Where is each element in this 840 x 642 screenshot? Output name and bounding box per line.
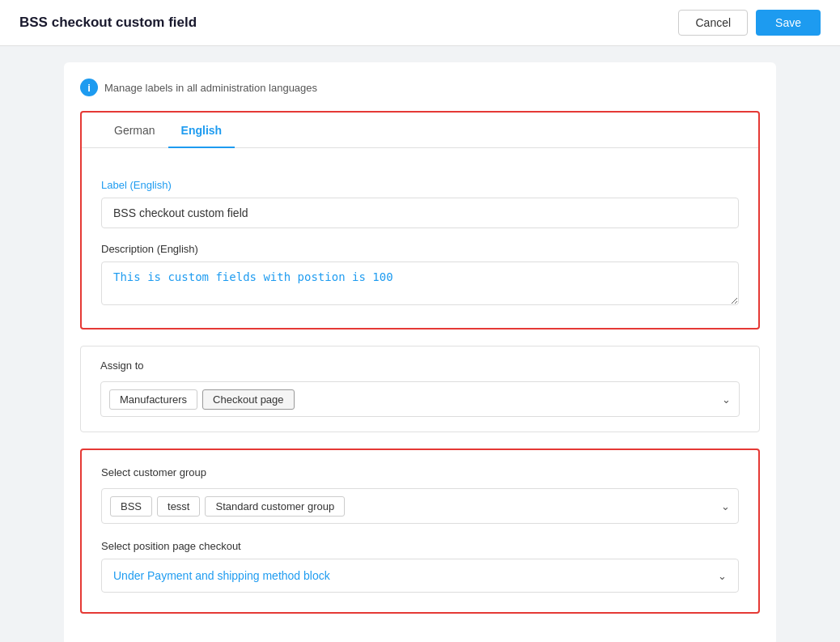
page-header: BSS checkout custom field Cancel Save [0, 0, 840, 46]
cancel-button[interactable]: Cancel [678, 10, 748, 36]
info-text: Manage labels in all administration lang… [104, 82, 317, 94]
assign-dropdown-arrow: ⌄ [722, 393, 731, 406]
page-title: BSS checkout custom field [19, 15, 197, 31]
position-dropdown[interactable]: Under Payment and shipping method block … [101, 559, 739, 593]
position-label: Select position page checkout [101, 540, 739, 552]
assign-label: Assign to [100, 359, 740, 372]
description-field-group: Description (English) This is custom fie… [101, 243, 739, 308]
tag-standard[interactable]: Standard customer group [205, 496, 345, 517]
description-field-label: Description (English) [101, 243, 739, 255]
position-dropdown-arrow: ⌄ [718, 570, 727, 582]
customer-group-dropdown[interactable]: BSS tesst Standard customer group ⌄ [101, 488, 739, 524]
description-textarea[interactable]: This is custom fields with postion is 10… [101, 261, 739, 305]
position-value: Under Payment and shipping method block [113, 569, 718, 582]
assign-section: Assign to Manufacturers Checkout page ⌄ [80, 346, 760, 432]
label-input[interactable] [101, 198, 739, 228]
header-actions: Cancel Save [678, 10, 821, 36]
label-field-group: Label (English) [101, 179, 739, 228]
position-section: Select position page checkout Under Paym… [101, 540, 739, 593]
outer-card: i Manage labels in all administration la… [64, 62, 776, 642]
tag-manufacturers[interactable]: Manufacturers [109, 389, 197, 410]
info-icon: i [80, 79, 98, 96]
language-tabs: German English [82, 113, 758, 148]
save-button[interactable]: Save [756, 10, 821, 36]
customer-section-box: Select customer group BSS tesst Standard… [80, 449, 760, 614]
main-content: i Manage labels in all administration la… [32, 46, 808, 642]
customer-section-inner: Select customer group BSS tesst Standard… [82, 450, 758, 612]
customer-group-label: Select customer group [101, 466, 739, 478]
label-field-label: Label (English) [101, 179, 739, 191]
language-section-inner: Label (English) Description (English) Th… [82, 148, 758, 328]
assign-dropdown[interactable]: Manufacturers Checkout page ⌄ [100, 381, 740, 417]
tab-english[interactable]: English [168, 113, 235, 148]
tag-checkout-page[interactable]: Checkout page [202, 389, 294, 410]
tab-german[interactable]: German [101, 113, 168, 148]
info-bar: i Manage labels in all administration la… [80, 79, 760, 96]
tag-tesst[interactable]: tesst [157, 496, 200, 517]
customer-dropdown-arrow: ⌄ [721, 500, 730, 512]
tag-bss[interactable]: BSS [110, 496, 152, 517]
language-section-box: German English Label (English) Descripti… [80, 111, 760, 330]
